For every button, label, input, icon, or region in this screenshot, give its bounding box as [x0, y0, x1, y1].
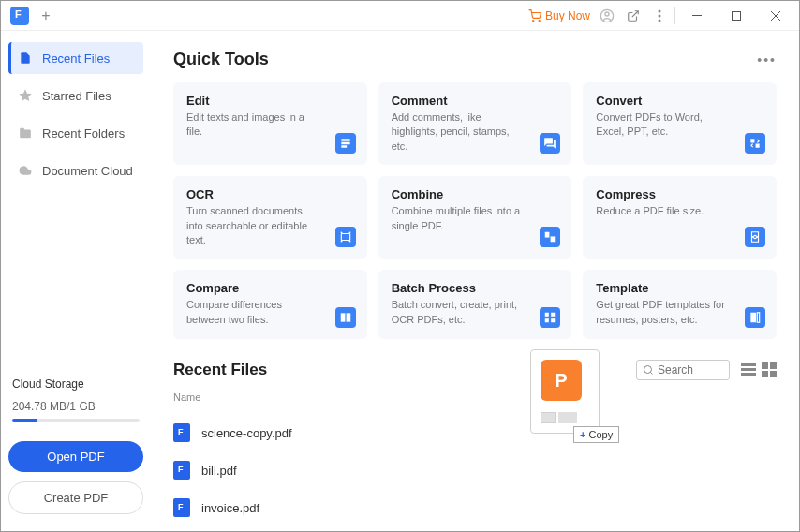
file-icon	[18, 51, 33, 66]
sidebar-item-recent-folders[interactable]: Recent Folders	[8, 117, 143, 149]
more-icon[interactable]: •••	[757, 52, 777, 67]
column-header-name: Name	[173, 392, 777, 403]
file-name: science-copy.pdf	[201, 426, 292, 440]
tool-title: Comment	[392, 94, 559, 108]
tool-card-comment[interactable]: CommentAdd comments, like highlights, pe…	[378, 82, 572, 165]
pdf-file-icon	[173, 423, 190, 442]
sidebar: Recent Files Starred Files Recent Folder…	[1, 31, 151, 531]
sidebar-item-document-cloud[interactable]: Document Cloud	[8, 155, 143, 186]
tool-description: Combine multiple files into a single PDF…	[392, 204, 523, 233]
tool-card-compare[interactable]: CompareCompare differences between two f…	[173, 270, 367, 339]
tool-card-template[interactable]: TemplateGet great PDF templates for resu…	[583, 270, 777, 339]
svg-rect-26	[741, 363, 756, 366]
user-icon[interactable]	[594, 3, 620, 29]
svg-point-1	[539, 20, 540, 21]
sidebar-item-label: Recent Files	[42, 52, 110, 66]
new-tab-button[interactable]: +	[38, 8, 53, 23]
open-pdf-button[interactable]: Open PDF	[8, 441, 143, 472]
svg-rect-31	[762, 371, 768, 377]
tool-description: Batch convert, create, print, OCR PDFs, …	[392, 298, 523, 327]
svg-marker-12	[19, 89, 31, 101]
tool-description: Get great PDF templates for resumes, pos…	[596, 298, 727, 327]
svg-point-5	[659, 9, 661, 12]
svg-rect-14	[545, 232, 550, 238]
tool-icon	[540, 133, 560, 154]
tool-description: Compare differences between two files.	[186, 298, 318, 327]
svg-rect-18	[545, 313, 549, 317]
tool-card-combine[interactable]: CombineCombine multiple files into a sin…	[378, 176, 572, 259]
tool-title: Batch Process	[392, 281, 559, 295]
svg-rect-16	[340, 314, 345, 322]
tool-title: Compress	[596, 187, 763, 201]
cloud-storage-bar	[12, 419, 140, 422]
maximize-button[interactable]	[717, 3, 756, 29]
svg-point-7	[659, 19, 661, 22]
file-list: science-copy.pdfbill.pdfinvoice.pdf	[173, 414, 777, 526]
cloud-icon	[18, 163, 33, 178]
grid-view-icon[interactable]	[762, 362, 777, 377]
tool-icon	[745, 307, 765, 328]
svg-rect-20	[545, 319, 549, 323]
create-pdf-button[interactable]: Create PDF	[8, 481, 143, 514]
tool-icon	[335, 307, 356, 328]
tool-title: Compare	[186, 281, 354, 295]
search-box[interactable]	[636, 360, 730, 380]
svg-rect-28	[741, 373, 756, 376]
tool-card-convert[interactable]: ConvertConvert PDFs to Word, Excel, PPT,…	[583, 82, 777, 165]
tool-icon	[540, 307, 560, 328]
tool-card-batch-process[interactable]: Batch ProcessBatch convert, create, prin…	[378, 270, 572, 339]
tool-card-ocr[interactable]: OCRTurn scanned documents into searchabl…	[173, 176, 367, 259]
titlebar: + Buy Now	[1, 1, 799, 31]
tool-card-edit[interactable]: EditEdit texts and images in a file.	[173, 82, 367, 165]
file-item[interactable]: science-copy.pdf	[173, 414, 777, 451]
cart-icon	[528, 9, 541, 22]
cloud-storage-title: Cloud Storage	[12, 377, 140, 391]
svg-line-4	[632, 10, 638, 16]
svg-rect-29	[762, 362, 768, 369]
recent-files-title: Recent Files	[173, 361, 267, 379]
svg-rect-13	[341, 234, 349, 241]
tool-description: Reduce a PDF file size.	[596, 204, 727, 218]
tool-card-compress[interactable]: CompressReduce a PDF file size.	[583, 176, 777, 259]
svg-rect-21	[551, 319, 555, 323]
star-icon	[18, 88, 33, 103]
svg-rect-9	[733, 11, 741, 20]
close-button[interactable]	[756, 3, 795, 29]
buy-now-label: Buy Now	[545, 9, 590, 22]
file-name: invoice.pdf	[201, 501, 259, 515]
pdf-file-icon	[173, 461, 190, 480]
pdf-file-icon	[173, 498, 190, 517]
sidebar-item-label: Starred Files	[42, 89, 111, 103]
buy-now-link[interactable]: Buy Now	[525, 6, 594, 26]
tool-icon	[745, 227, 765, 247]
tool-icon	[335, 133, 356, 154]
tool-title: Convert	[596, 94, 763, 108]
file-item[interactable]: invoice.pdf	[173, 489, 777, 526]
sidebar-item-label: Recent Folders	[42, 126, 125, 140]
sidebar-item-recent-files[interactable]: Recent Files	[8, 42, 143, 74]
app-logo	[10, 7, 29, 25]
share-icon[interactable]	[620, 3, 646, 29]
menu-icon[interactable]	[646, 3, 673, 29]
svg-rect-8	[692, 15, 702, 16]
search-input[interactable]	[658, 363, 723, 377]
svg-rect-30	[770, 362, 777, 369]
sidebar-item-label: Document Cloud	[42, 164, 133, 178]
svg-rect-22	[750, 313, 756, 323]
tool-description: Turn scanned documents into searchable o…	[186, 204, 318, 247]
search-icon	[643, 364, 654, 376]
tool-icon	[335, 227, 356, 247]
sidebar-item-starred-files[interactable]: Starred Files	[8, 80, 143, 111]
file-item[interactable]: bill.pdf	[173, 451, 777, 489]
folder-icon	[18, 126, 33, 140]
svg-rect-15	[551, 237, 556, 243]
svg-point-0	[533, 20, 534, 21]
list-view-icon[interactable]	[741, 362, 756, 377]
tools-grid: EditEdit texts and images in a file.Comm…	[173, 82, 777, 339]
tool-title: Combine	[392, 187, 559, 201]
tool-description: Edit texts and images in a file.	[186, 111, 318, 140]
minimize-button[interactable]	[677, 3, 717, 29]
tool-description: Add comments, like highlights, pencil, s…	[392, 111, 523, 154]
cloud-storage-panel: Cloud Storage 204.78 MB/1 GB	[8, 377, 143, 441]
svg-rect-17	[346, 314, 350, 322]
